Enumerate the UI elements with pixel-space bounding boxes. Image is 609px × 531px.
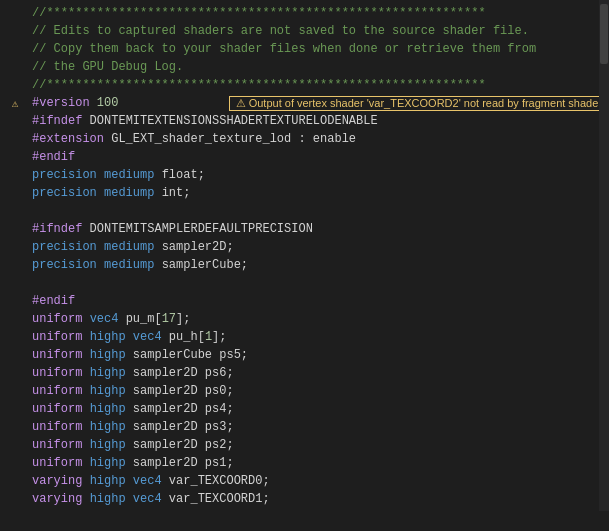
- line-content: varying highp vec4 var_TEXCOORD0;: [26, 474, 609, 488]
- code-token: sampler2D ps0;: [126, 384, 234, 398]
- line: #ifndef DONTEMITSAMPLERDEFAULTPRECISION: [0, 220, 609, 238]
- code-token: highp: [90, 438, 126, 452]
- code-token: ];: [176, 312, 190, 326]
- line: #endif: [0, 292, 609, 310]
- code-token: highp: [90, 366, 126, 380]
- code-token: [97, 168, 104, 182]
- line: //**************************************…: [0, 4, 609, 22]
- line: // the GPU Debug Log.: [0, 58, 609, 76]
- editor-container: //**************************************…: [0, 0, 609, 531]
- line: [0, 274, 609, 292]
- code-token: uniform: [32, 348, 82, 362]
- code-token: [97, 186, 104, 200]
- code-token: varying: [32, 474, 82, 488]
- code-token: highp: [90, 420, 126, 434]
- code-token: [126, 474, 133, 488]
- line-content: #ifndef DONTEMITEXTENSIONSSHADERTEXTUREL…: [26, 114, 609, 128]
- code-token: highp: [90, 474, 126, 488]
- code-token: #extension: [32, 132, 104, 146]
- code-token: uniform: [32, 366, 82, 380]
- line: // Copy them back to your shader files w…: [0, 40, 609, 58]
- line-content: uniform highp sampler2D ps2;: [26, 438, 609, 452]
- code-token: sampler2D ps1;: [126, 456, 234, 470]
- line: varying highp vec4 var_TEXCOORD1;: [0, 490, 609, 508]
- line: uniform highp vec4 pu_h[1];: [0, 328, 609, 346]
- code-token: sampler2D ps4;: [126, 402, 234, 416]
- line: precision mediump samplerCube;: [0, 256, 609, 274]
- code-token: [82, 438, 89, 452]
- line-content: uniform highp samplerCube ps5;: [26, 348, 609, 362]
- code-token: // Copy them back to your shader files w…: [32, 42, 536, 56]
- line: #extension GL_EXT_shader_texture_lod : e…: [0, 130, 609, 148]
- line-content: uniform vec4 pu_m[17];: [26, 312, 609, 326]
- line: // Edits to captured shaders are not sav…: [0, 22, 609, 40]
- line-content: precision mediump float;: [26, 168, 609, 182]
- line-content: uniform highp sampler2D ps1;: [26, 456, 609, 470]
- code-token: mediump: [104, 240, 154, 254]
- code-token: uniform: [32, 438, 82, 452]
- code-token: [97, 258, 104, 272]
- line-content: uniform highp vec4 pu_h[1];: [26, 330, 609, 344]
- scrollbar-vertical[interactable]: [599, 0, 609, 511]
- line-content: // Copy them back to your shader files w…: [26, 42, 609, 56]
- code-token: precision: [32, 258, 97, 272]
- code-token: float;: [154, 168, 204, 182]
- scrollbar-thumb[interactable]: [600, 4, 608, 64]
- code-token: [82, 456, 89, 470]
- code-token: mediump: [104, 186, 154, 200]
- line-content: //**************************************…: [26, 78, 609, 92]
- line: precision mediump sampler2D;: [0, 238, 609, 256]
- code-token: #endif: [32, 294, 75, 308]
- code-token: var_TEXCOORD1;: [162, 492, 270, 506]
- line-content: // the GPU Debug Log.: [26, 60, 609, 74]
- line-content: uniform highp sampler2D ps4;: [26, 402, 609, 416]
- code-token: #version: [32, 96, 90, 110]
- code-token: [97, 240, 104, 254]
- code-token: DONTEMITSAMPLERDEFAULTPRECISION: [82, 222, 312, 236]
- line-gutter: ⚠: [4, 97, 26, 110]
- code-token: 1: [205, 330, 212, 344]
- line-content: #extension GL_EXT_shader_texture_lod : e…: [26, 132, 609, 146]
- code-token: sampler2D;: [154, 240, 233, 254]
- line-content: uniform highp sampler2D ps3;: [26, 420, 609, 434]
- code-token: uniform: [32, 420, 82, 434]
- line-content: precision mediump samplerCube;: [26, 258, 609, 272]
- code-token: samplerCube ps5;: [126, 348, 248, 362]
- code-token: 100: [97, 96, 119, 110]
- code-token: uniform: [32, 330, 82, 344]
- code-token: // the GPU Debug Log.: [32, 60, 183, 74]
- line: varying highp vec4 var_TEXCOORD0;: [0, 472, 609, 490]
- code-token: precision: [32, 186, 97, 200]
- line-content: #endif: [26, 294, 609, 308]
- code-token: sampler2D ps6;: [126, 366, 234, 380]
- code-token: 17: [162, 312, 176, 326]
- code-token: #ifndef: [32, 222, 82, 236]
- line: uniform highp sampler2D ps4;: [0, 400, 609, 418]
- code-token: sampler2D ps3;: [126, 420, 234, 434]
- code-token: var_TEXCOORD0;: [162, 474, 270, 488]
- code-token: mediump: [104, 258, 154, 272]
- line-content: #ifndef DONTEMITSAMPLERDEFAULTPRECISION: [26, 222, 609, 236]
- code-token: samplerCube;: [154, 258, 248, 272]
- code-token: [82, 492, 89, 506]
- line: [0, 202, 609, 220]
- code-token: vec4: [133, 474, 162, 488]
- code-token: highp: [90, 492, 126, 506]
- code-token: vec4: [133, 492, 162, 506]
- code-token: // Edits to captured shaders are not sav…: [32, 24, 529, 38]
- code-token: precision: [32, 168, 97, 182]
- code-token: pu_m[: [118, 312, 161, 326]
- line-content: #endif: [26, 150, 609, 164]
- code-token: uniform: [32, 384, 82, 398]
- code-token: [82, 348, 89, 362]
- line: precision mediump float;: [0, 166, 609, 184]
- line: uniform highp samplerCube ps5;: [0, 346, 609, 364]
- code-token: #ifndef: [32, 114, 82, 128]
- code-token: [118, 96, 154, 110]
- code-token: [82, 402, 89, 416]
- line-content: uniform highp sampler2D ps6;: [26, 366, 609, 380]
- line: #ifndef DONTEMITEXTENSIONSSHADERTEXTUREL…: [0, 112, 609, 130]
- code-token: [126, 492, 133, 506]
- code-token: DONTEMITEXTENSIONSSHADERTEXTURELODENABLE: [82, 114, 377, 128]
- line: uniform highp sampler2D ps3;: [0, 418, 609, 436]
